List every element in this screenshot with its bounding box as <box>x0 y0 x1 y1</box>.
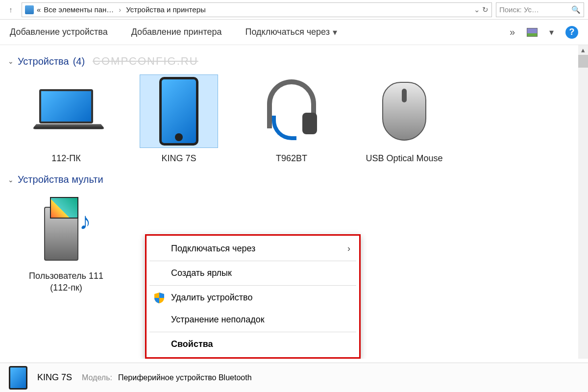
search-placeholder: Поиск: Ус… <box>499 5 568 14</box>
headset-icon <box>262 79 321 143</box>
breadcrumb-separator-icon: › <box>119 5 121 14</box>
device-label: USB Optical Mouse <box>358 153 451 164</box>
chevron-down-icon[interactable]: ⌄ <box>474 5 480 14</box>
breadcrumb-part-1[interactable]: Все элементы пан… <box>44 5 114 14</box>
device-label: KING 7S <box>132 153 225 164</box>
menu-separator <box>149 285 356 286</box>
watermark-text: COMPCONFIG.RU <box>93 55 198 68</box>
breadcrumb-part-2[interactable]: Устройства и принтеры <box>126 5 205 14</box>
breadcrumb-bar[interactable]: « Все элементы пан… › Устройства и принт… <box>22 2 492 17</box>
device-item-phone[interactable]: KING 7S <box>132 74 225 164</box>
details-model-label: Модель: <box>82 373 112 382</box>
vertical-scrollbar[interactable]: ▴ <box>578 45 588 359</box>
uac-shield-icon <box>154 293 164 303</box>
scrollbar-thumb[interactable] <box>578 55 588 68</box>
connect-via-label: Подключаться через <box>245 27 330 37</box>
device-item-headset[interactable]: T962BT <box>245 74 338 164</box>
device-item-media[interactable]: ♪ Пользователь 111 (112-пк) <box>20 192 113 294</box>
connect-via-button[interactable]: Подключаться через ▾ <box>245 27 337 38</box>
device-label: T962BT <box>245 153 338 164</box>
address-bar: ↑ « Все элементы пан… › Устройства и при… <box>0 0 588 20</box>
media-device-icon: ♪ <box>44 197 88 261</box>
menu-label: Удалить устройство <box>171 293 252 303</box>
details-model-value: Периферийное устройство Bluetooth <box>118 373 252 382</box>
help-icon[interactable]: ? <box>565 26 578 39</box>
menu-separator <box>149 261 356 261</box>
chevron-down-icon: ▾ <box>333 27 337 38</box>
menu-separator <box>149 332 356 332</box>
device-label: Пользователь 111 (112-пк) <box>20 270 113 294</box>
chevron-down-icon: ⌄ <box>8 176 14 184</box>
mouse-icon <box>382 82 426 141</box>
menu-troubleshoot[interactable]: Устранение неполадок <box>147 309 359 331</box>
device-label: 112-ПК <box>20 153 113 164</box>
add-device-button[interactable]: Добавление устройства <box>10 27 108 37</box>
section-devices-count: (4) <box>73 56 85 67</box>
scroll-up-arrow-icon[interactable]: ▴ <box>578 45 588 55</box>
search-input[interactable]: Поиск: Ус… 🔍 <box>496 2 584 17</box>
command-toolbar: Добавление устройства Добавление принтер… <box>0 20 588 45</box>
toolbar-overflow-button[interactable]: » <box>510 26 515 38</box>
section-multimedia-header[interactable]: ⌄ Устройства мульти <box>5 169 588 190</box>
content-area: ⌄ Устройства (4) COMPCONFIG.RU 112-ПК KI… <box>0 45 588 359</box>
add-printer-button[interactable]: Добавление принтера <box>131 27 222 37</box>
section-devices-title: Устройства <box>18 56 69 67</box>
menu-label: Подключаться через <box>171 244 255 254</box>
refresh-icon[interactable]: ↻ <box>482 5 489 14</box>
menu-create-shortcut[interactable]: Создать ярлык <box>147 262 359 284</box>
view-options-icon[interactable] <box>527 28 538 37</box>
menu-label: Свойства <box>171 339 213 349</box>
section-multimedia-title: Устройства мульти <box>18 174 103 185</box>
laptop-icon <box>34 89 98 133</box>
devices-grid: 112-ПК KING 7S T962BT USB Optical Mouse <box>5 73 588 169</box>
menu-remove-device[interactable]: Удалить устройство <box>147 287 359 309</box>
breadcrumb-prefix: « <box>37 5 41 14</box>
add-printer-label: Добавление принтера <box>131 27 222 37</box>
menu-label: Создать ярлык <box>171 268 232 278</box>
phone-icon <box>159 77 198 146</box>
search-icon: 🔍 <box>571 5 581 14</box>
add-device-label: Добавление устройства <box>10 27 108 37</box>
menu-connect-via[interactable]: Подключаться через › <box>147 238 359 260</box>
menu-properties[interactable]: Свойства <box>147 333 359 355</box>
control-panel-icon <box>25 5 34 14</box>
arrow-up-icon: ↑ <box>9 5 13 14</box>
chevron-down-icon[interactable]: ▾ <box>549 27 554 38</box>
nav-up-button[interactable]: ↑ <box>4 3 18 17</box>
chevron-right-icon: › <box>347 244 350 254</box>
device-item-laptop[interactable]: 112-ПК <box>20 74 113 164</box>
menu-label: Устранение неполадок <box>171 315 265 325</box>
context-menu: Подключаться через › Создать ярлык Удали… <box>145 234 361 359</box>
chevron-down-icon: ⌄ <box>8 57 14 65</box>
details-pane: KING 7S Модель: Периферийное устройство … <box>0 363 588 392</box>
details-device-name: KING 7S <box>37 372 72 383</box>
details-phone-icon <box>9 366 27 390</box>
section-devices-header[interactable]: ⌄ Устройства (4) COMPCONFIG.RU <box>5 50 588 73</box>
device-item-mouse[interactable]: USB Optical Mouse <box>358 74 451 164</box>
